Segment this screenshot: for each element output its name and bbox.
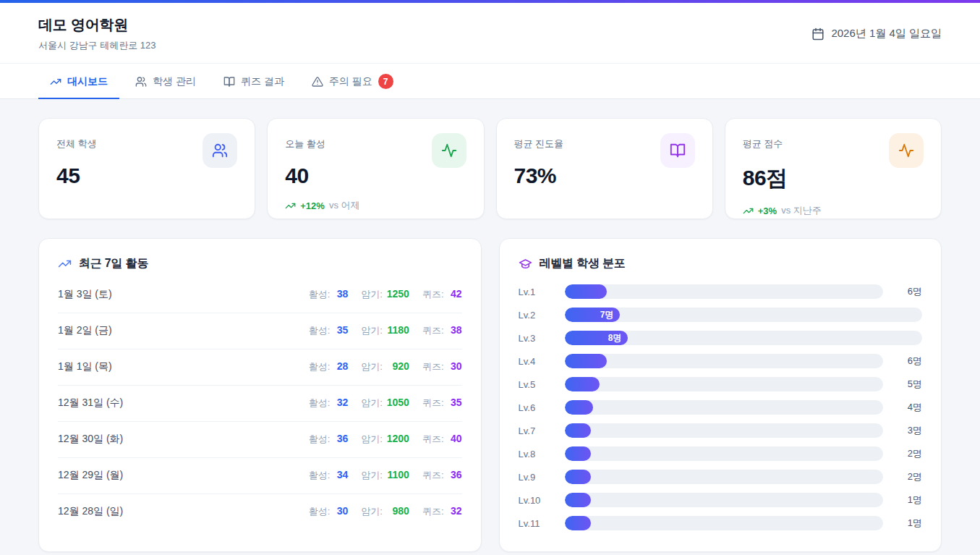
level-count: 3명: [892, 424, 922, 437]
tab-quiz-results[interactable]: 퀴즈 결과: [212, 64, 296, 99]
activity-date: 1월 1일 (목): [58, 360, 112, 373]
metric-active: 활성:34: [309, 469, 349, 482]
stat-trend: +3%vs 지난주: [743, 204, 924, 217]
level-bar: [565, 516, 591, 530]
activity-date: 1월 3일 (토): [58, 288, 112, 301]
activity-metrics: 활성:38암기:1250퀴즈:42: [309, 288, 462, 301]
stat-card-avg-progress: 평균 진도율73%: [496, 118, 713, 219]
metric-label: 활성:: [309, 469, 331, 482]
level-row: Lv.111명: [519, 512, 923, 535]
metric-label: 암기:: [361, 288, 383, 301]
level-bar: 8명: [565, 331, 629, 345]
level-bar: [565, 493, 591, 507]
stat-card-avg-score: 평균 점수86점+3%vs 지난주: [725, 118, 942, 219]
metric-value: 36: [333, 433, 348, 444]
level-row: Lv.92명: [519, 465, 923, 488]
tab-label: 주의 필요: [329, 75, 372, 88]
activity-metrics: 활성:36암기:1200퀴즈:40: [309, 433, 462, 446]
stat-card-top: 평균 점수: [743, 133, 924, 168]
tab-label: 학생 관리: [153, 75, 196, 88]
metric-value: 40: [448, 433, 462, 444]
metric-label: 활성:: [309, 505, 331, 518]
users-icon: [212, 143, 228, 158]
header-title-block: 데모 영어학원 서울시 강남구 테헤란로 123: [38, 15, 156, 52]
stat-label: 평균 진도율: [514, 133, 564, 151]
attention-count-badge: 7: [378, 74, 393, 89]
metric-value: 34: [333, 469, 348, 480]
metric-value: 36: [448, 469, 462, 480]
trend-comparison: vs 지난주: [781, 204, 822, 217]
metric-value: 35: [333, 324, 348, 336]
activity-panel-header: 최근 7일 활동: [58, 256, 462, 271]
metric-label: 퀴즈:: [422, 397, 444, 410]
academy-address: 서울시 강남구 테헤란로 123: [38, 39, 156, 52]
level-panel-header: 레벨별 학생 분포: [519, 256, 923, 271]
tab-students[interactable]: 학생 관리: [124, 64, 208, 99]
stat-card-active-today: 오늘 활성40+12%vs 어제: [267, 118, 484, 219]
level-count: 4명: [892, 401, 922, 414]
level-bar-chart: Lv.16명Lv.27명Lv.38명Lv.46명Lv.55명Lv.64명Lv.7…: [519, 280, 923, 535]
level-label: Lv.3: [519, 333, 565, 344]
level-label: Lv.5: [519, 379, 565, 390]
level-bar-track: [565, 516, 884, 530]
level-label: Lv.1: [519, 287, 565, 297]
metric-memorize: 암기:1050: [361, 397, 409, 410]
metric-value: 42: [448, 288, 462, 300]
level-count: 2명: [892, 447, 922, 460]
metric-label: 퀴즈:: [422, 433, 444, 446]
level-row: Lv.82명: [519, 442, 923, 465]
metric-label: 암기:: [361, 469, 383, 482]
date-text: 2026년 1월 4일 일요일: [831, 27, 942, 41]
metric-label: 활성:: [309, 397, 331, 410]
users-icon: [135, 76, 147, 88]
tab-dashboard[interactable]: 대시보드: [38, 64, 119, 99]
metric-label: 활성:: [309, 324, 331, 337]
stat-card-top: 오늘 활성: [285, 133, 466, 168]
metric-quiz: 퀴즈:32: [422, 505, 462, 518]
level-label: Lv.8: [519, 449, 565, 459]
metric-value: 32: [448, 505, 462, 517]
level-bar-track: [565, 470, 884, 484]
activity-panel-title: 최근 7일 활동: [79, 256, 148, 271]
activity-metrics: 활성:35암기:1180퀴즈:38: [309, 324, 462, 337]
metric-value: 1100: [386, 469, 409, 480]
level-row: Lv.38명: [519, 326, 923, 349]
trend-comparison: vs 어제: [329, 199, 360, 212]
level-label: Lv.9: [519, 472, 565, 483]
metric-quiz: 퀴즈:40: [422, 433, 462, 446]
activity-icon: [441, 143, 457, 158]
level-label: Lv.2: [519, 310, 565, 321]
metric-value: 30: [448, 360, 462, 372]
level-bar-track: 7명: [565, 308, 923, 322]
stat-card-top: 전체 학생: [56, 133, 237, 168]
activity-row: 12월 28일 (일)활성:30암기:980퀴즈:32: [58, 494, 462, 530]
level-label: Lv.4: [519, 356, 565, 367]
activity-row: 1월 2일 (금)활성:35암기:1180퀴즈:38: [58, 313, 462, 349]
stat-icon-box: [889, 133, 924, 168]
metric-memorize: 암기:1200: [361, 433, 409, 446]
level-bar-track: [565, 377, 884, 391]
level-bar-track: 8명: [565, 331, 923, 345]
metric-label: 암기:: [361, 433, 383, 446]
activity-date: 12월 30일 (화): [58, 433, 123, 446]
stat-label: 평균 점수: [743, 133, 783, 151]
level-label: Lv.7: [519, 425, 565, 436]
level-count: 1명: [892, 517, 922, 530]
metric-value: 980: [386, 505, 409, 517]
metric-label: 퀴즈:: [422, 505, 444, 518]
tab-attention[interactable]: 주의 필요7: [300, 64, 405, 99]
activity-metrics: 활성:32암기:1050퀴즈:35: [309, 397, 462, 410]
stat-label: 전체 학생: [56, 133, 97, 151]
activity-icon: [898, 143, 914, 158]
metric-value: 920: [386, 360, 409, 372]
calendar-icon: [811, 27, 825, 41]
level-count: 5명: [892, 378, 922, 391]
activity-date: 12월 31일 (수): [58, 397, 123, 410]
metric-memorize: 암기:920: [361, 360, 409, 373]
metric-value: 1250: [386, 288, 409, 300]
level-row: Lv.27명: [519, 303, 923, 326]
metric-label: 퀴즈:: [422, 360, 444, 373]
level-bar: [565, 354, 608, 368]
metric-value: 38: [448, 324, 462, 336]
level-bar-track: [565, 446, 884, 461]
